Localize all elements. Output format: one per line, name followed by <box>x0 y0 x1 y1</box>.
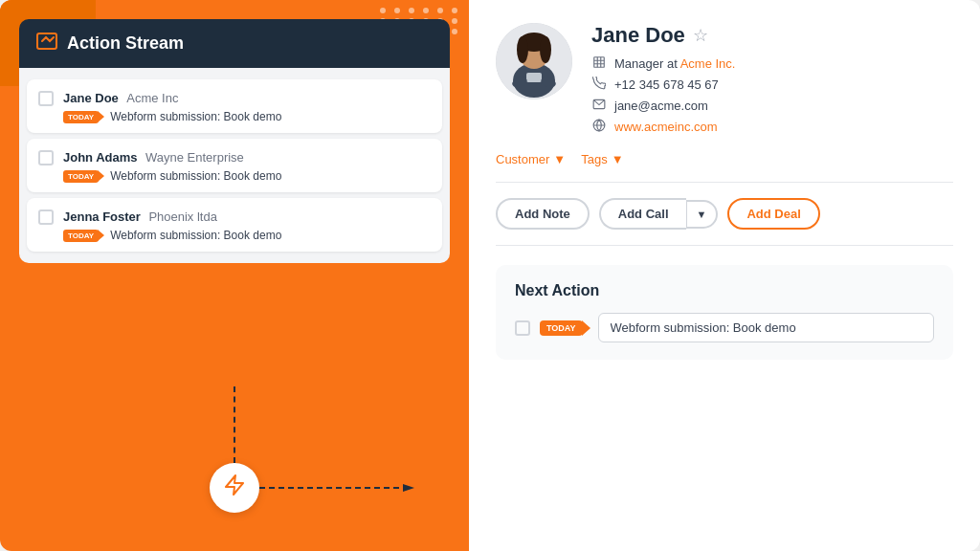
dashed-line-vertical <box>234 386 235 463</box>
contact-item-3[interactable]: Jenna Foster Phoenix ltda TODAY Webform … <box>27 198 442 252</box>
action-text-1: Webform submission: Book demo <box>110 110 281 123</box>
profile-name-row: Jane Doe ☆ <box>591 23 953 48</box>
tags-row: Customer ▼ Tags ▼ <box>496 152 953 183</box>
contact-company-3: Phoenix ltda <box>148 209 217 224</box>
customer-tag-chevron: ▼ <box>553 152 566 166</box>
svg-rect-10 <box>526 73 542 82</box>
meta-row-phone: +12 345 678 45 67 <box>591 77 953 93</box>
profile-name: Jane Doe <box>591 23 685 48</box>
globe-icon <box>591 119 607 135</box>
svg-marker-1 <box>226 475 243 495</box>
next-action-row: TODAY <box>515 313 934 342</box>
action-tag-1: TODAY Webform submission: Book demo <box>63 110 431 123</box>
tags-tag-chevron: ▼ <box>612 152 624 166</box>
action-tag-3: TODAY Webform submission: Book demo <box>63 229 431 242</box>
next-action-input[interactable] <box>598 313 934 342</box>
meta-title: Manager at Acme Inc. <box>614 56 735 71</box>
action-text-2: Webform submission: Book demo <box>110 169 281 183</box>
next-action-card: Next Action TODAY <box>496 265 953 360</box>
contact-company-2: Wayne Enterprise <box>145 150 244 165</box>
profile-meta: Manager at Acme Inc. +12 345 678 45 67 j… <box>591 55 953 135</box>
contact-name-2: John Adams <box>63 150 138 165</box>
svg-point-9 <box>540 36 551 63</box>
email-address: jane@acme.com <box>614 99 708 113</box>
contact-checkbox-3[interactable] <box>38 209 54 225</box>
company-link[interactable]: Acme Inc. <box>680 56 736 71</box>
svg-point-8 <box>517 36 528 63</box>
next-action-badge: TODAY <box>540 320 583 336</box>
animation-area <box>0 463 469 513</box>
contact-checkbox-1[interactable] <box>38 91 54 106</box>
action-tag-2: TODAY Webform submission: Book demo <box>63 169 431 183</box>
next-action-checkbox[interactable] <box>515 320 530 336</box>
add-note-button[interactable]: Add Note <box>496 198 590 230</box>
contact-checkbox-2[interactable] <box>38 150 54 165</box>
add-call-group: Add Call ▼ <box>599 198 719 230</box>
building-icon <box>591 55 607 72</box>
action-stream-header: Action Stream <box>19 19 450 68</box>
email-icon <box>591 98 607 114</box>
star-icon[interactable]: ☆ <box>693 25 708 46</box>
customer-tag-button[interactable]: Customer ▼ <box>496 152 566 166</box>
svg-rect-13 <box>594 57 605 68</box>
avatar <box>496 23 572 99</box>
profile-details: Jane Doe ☆ Manager at Acme Inc. <box>591 23 953 135</box>
phone-number: +12 345 678 45 67 <box>614 77 719 92</box>
meta-row-title: Manager at Acme Inc. <box>591 55 953 72</box>
contact-info-2: John Adams Wayne Enterprise TODAY Webfor… <box>63 148 431 183</box>
lightning-icon <box>223 474 246 502</box>
profile-header: Jane Doe ☆ Manager at Acme Inc. <box>496 23 953 135</box>
contact-info-3: Jenna Foster Phoenix ltda TODAY Webform … <box>63 208 431 242</box>
today-badge-3: TODAY <box>63 230 99 242</box>
contact-name-3: Jenna Foster <box>63 209 141 224</box>
tags-tag-label: Tags <box>581 152 607 166</box>
contact-item-1[interactable]: Jane Doe Acme Inc TODAY Webform submissi… <box>27 79 442 133</box>
svg-rect-0 <box>37 33 56 49</box>
dashed-line-horizontal-container <box>259 482 417 494</box>
add-call-dropdown-button[interactable]: ▼ <box>686 200 719 229</box>
action-buttons-row: Add Note Add Call ▼ Add Deal <box>496 198 953 246</box>
lightning-circle <box>210 463 259 513</box>
website-link[interactable]: www.acmeinc.com <box>614 120 718 134</box>
customer-tag-label: Customer <box>496 152 549 166</box>
add-call-button[interactable]: Add Call <box>599 198 686 230</box>
contact-info-1: Jane Doe Acme Inc TODAY Webform submissi… <box>63 89 431 123</box>
phone-icon <box>591 77 607 93</box>
action-stream-icon <box>36 33 57 55</box>
action-text-3: Webform submission: Book demo <box>110 229 281 242</box>
today-badge-2: TODAY <box>63 170 99 183</box>
meta-row-email: jane@acme.com <box>591 98 953 114</box>
next-action-title: Next Action <box>515 282 934 299</box>
contact-company-1: Acme Inc <box>126 91 178 105</box>
meta-row-website: www.acmeinc.com <box>591 119 953 135</box>
contact-name-1: Jane Doe <box>63 91 119 105</box>
contact-list: Jane Doe Acme Inc TODAY Webform submissi… <box>19 68 450 263</box>
right-panel: Jane Doe ☆ Manager at Acme Inc. <box>469 0 980 551</box>
contact-item-2[interactable]: John Adams Wayne Enterprise TODAY Webfor… <box>27 139 442 192</box>
action-stream-title: Action Stream <box>67 33 184 54</box>
tags-tag-button[interactable]: Tags ▼ <box>581 152 623 166</box>
left-panel: Action Stream Jane Doe Acme Inc TODAY We… <box>0 0 469 551</box>
svg-marker-3 <box>403 484 414 492</box>
add-deal-button[interactable]: Add Deal <box>727 198 819 230</box>
today-badge-1: TODAY <box>63 111 99 123</box>
